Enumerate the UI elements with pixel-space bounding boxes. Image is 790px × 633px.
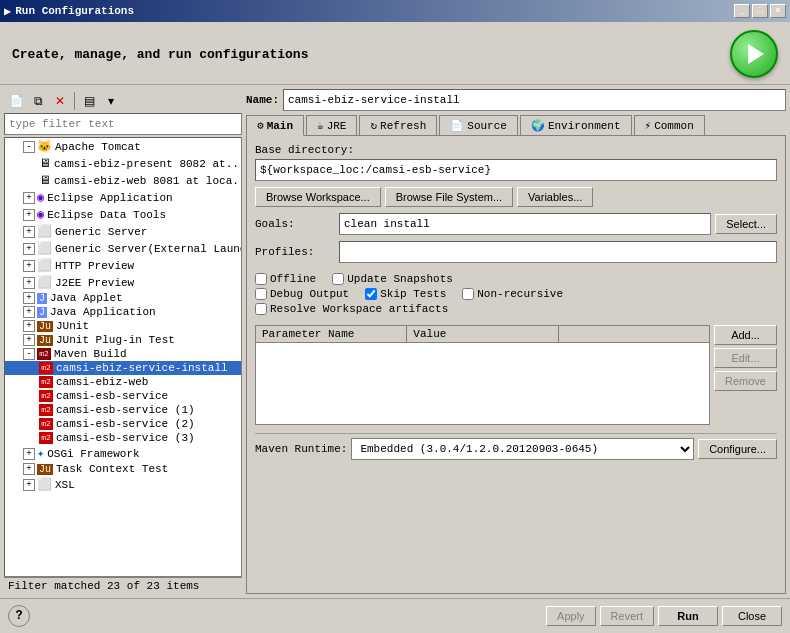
base-directory-label: Base directory: <box>255 144 777 156</box>
expand-icon[interactable]: + <box>23 292 35 304</box>
tab-jre[interactable]: ☕ JRE <box>306 115 357 135</box>
tree-item-camsi-service-install[interactable]: m2 camsi-ebiz-service-install <box>5 361 241 375</box>
dropdown-button[interactable]: ▾ <box>101 91 121 111</box>
offline-checkbox[interactable] <box>255 273 267 285</box>
expand-icon[interactable]: + <box>23 306 35 318</box>
configure-runtime-button[interactable]: Configure... <box>698 439 777 459</box>
add-param-button[interactable]: Add... <box>714 325 777 345</box>
expand-icon[interactable]: - <box>23 348 35 360</box>
tree-item-camsi-esb[interactable]: m2 camsi-esb-service <box>5 389 241 403</box>
browse-buttons: Browse Workspace... Browse File System..… <box>255 187 777 207</box>
tree-item-eclipse-data[interactable]: + ◉ Eclipse Data Tools <box>5 206 241 223</box>
run-icon-button[interactable] <box>730 30 778 78</box>
expand-icon[interactable]: - <box>23 141 35 153</box>
close-button[interactable]: × <box>770 4 786 18</box>
resolve-workspace-checkbox-label[interactable]: Resolve Workspace artifacts <box>255 303 448 315</box>
expand-icon[interactable]: + <box>23 277 35 289</box>
debug-checkbox-label[interactable]: Debug Output <box>255 288 349 300</box>
tab-main[interactable]: ⚙ Main <box>246 115 304 136</box>
duplicate-button[interactable]: ⧉ <box>28 91 48 111</box>
tab-common[interactable]: ⚡ Common <box>634 115 705 135</box>
tree-item-camsi-esb-3[interactable]: m2 camsi-esb-service (3) <box>5 431 241 445</box>
config-tree[interactable]: - 🐱 Apache Tomcat 🖥 camsi-ebiz-present 8… <box>4 137 242 577</box>
expand-icon[interactable]: + <box>23 334 35 346</box>
browse-workspace-button[interactable]: Browse Workspace... <box>255 187 381 207</box>
close-dialog-button[interactable]: Close <box>722 606 782 626</box>
browse-filesystem-button[interactable]: Browse File System... <box>385 187 513 207</box>
tree-item-label: camsi-esb-service <box>56 390 168 402</box>
resolve-workspace-checkbox[interactable] <box>255 303 267 315</box>
non-recursive-checkbox[interactable] <box>462 288 474 300</box>
param-value-col: Value <box>407 326 558 342</box>
offline-checkbox-label[interactable]: Offline <box>255 273 316 285</box>
maximize-button[interactable]: □ <box>752 4 768 18</box>
tree-item-java-applet[interactable]: + J Java Applet <box>5 291 241 305</box>
filter-input[interactable] <box>4 113 242 135</box>
base-directory-input[interactable] <box>255 159 777 181</box>
edit-param-button[interactable]: Edit... <box>714 348 777 368</box>
expand-icon[interactable]: + <box>23 448 35 460</box>
tree-item-apache-tomcat[interactable]: - 🐱 Apache Tomcat <box>5 138 241 155</box>
tree-item-java-app[interactable]: + J Java Application <box>5 305 241 319</box>
minimize-button[interactable]: _ <box>734 4 750 18</box>
profiles-row: Profiles: <box>255 241 777 263</box>
m2-icon: m2 <box>37 348 51 360</box>
tree-item-http[interactable]: + ⬜ HTTP Preview <box>5 257 241 274</box>
server-icon: 🖥 <box>39 173 51 188</box>
tab-refresh[interactable]: ↻ Refresh <box>359 115 437 135</box>
skip-tests-checkbox-label[interactable]: Skip Tests <box>365 288 446 300</box>
title-icon: ▶ <box>4 4 11 19</box>
variables-button[interactable]: Variables... <box>517 187 593 207</box>
delete-button[interactable]: ✕ <box>50 91 70 111</box>
update-snapshots-checkbox-label[interactable]: Update Snapshots <box>332 273 453 285</box>
tabs-bar: ⚙ Main ☕ JRE ↻ Refresh 📄 Source 🌍 En <box>246 115 786 135</box>
run-button[interactable]: Run <box>658 606 718 626</box>
profiles-input[interactable] <box>339 241 777 263</box>
tree-item-junit-plugin[interactable]: + Ju JUnit Plug-in Test <box>5 333 241 347</box>
skip-tests-checkbox[interactable] <box>365 288 377 300</box>
expand-icon[interactable]: + <box>23 243 35 255</box>
tree-item-camsi-esb-2[interactable]: m2 camsi-esb-service (2) <box>5 417 241 431</box>
tomcat-icon: 🐱 <box>37 139 52 154</box>
tree-item-j2ee[interactable]: + ⬜ J2EE Preview <box>5 274 241 291</box>
goals-label: Goals: <box>255 218 335 230</box>
tree-item-tomcat-2[interactable]: 🖥 camsi-ebiz-web 8081 at loca... <box>5 172 241 189</box>
apply-button[interactable]: Apply <box>546 606 596 626</box>
tree-item-task[interactable]: + Ju Task Context Test <box>5 462 241 476</box>
update-snapshots-checkbox[interactable] <box>332 273 344 285</box>
expand-icon[interactable]: + <box>23 192 35 204</box>
tree-item-junit[interactable]: + Ju JUnit <box>5 319 241 333</box>
tree-item-generic-ext[interactable]: + ⬜ Generic Server(External Launch... <box>5 240 241 257</box>
tree-item-camsi-ebiz-web[interactable]: m2 camsi-ebiz-web <box>5 375 241 389</box>
name-label: Name: <box>246 94 279 106</box>
tree-item-camsi-esb-1[interactable]: m2 camsi-esb-service (1) <box>5 403 241 417</box>
debug-output-checkbox[interactable] <box>255 288 267 300</box>
status-bar: Filter matched 23 of 23 items <box>4 577 242 594</box>
remove-param-button[interactable]: Remove <box>714 371 777 391</box>
filter-button[interactable]: ▤ <box>79 91 99 111</box>
expand-icon[interactable]: + <box>23 209 35 221</box>
maven-runtime-select[interactable]: Embedded (3.0.4/1.2.0.20120903-0645) <box>351 438 694 460</box>
help-button[interactable]: ? <box>8 605 30 627</box>
expand-icon[interactable]: + <box>23 320 35 332</box>
name-input[interactable] <box>283 89 786 111</box>
expand-icon[interactable]: + <box>23 479 35 491</box>
tree-item-osgi[interactable]: + ✦ OSGi Framework <box>5 445 241 462</box>
tree-item-xsl[interactable]: + ⬜ XSL <box>5 476 241 493</box>
expand-icon[interactable]: + <box>23 260 35 272</box>
select-goals-button[interactable]: Select... <box>715 214 777 234</box>
expand-icon[interactable]: + <box>23 463 35 475</box>
goals-input[interactable] <box>339 213 711 235</box>
tab-content-main: Base directory: Browse Workspace... Brow… <box>246 135 786 594</box>
new-config-button[interactable]: 📄 <box>6 91 26 111</box>
tab-environment[interactable]: 🌍 Environment <box>520 115 632 135</box>
tree-item-eclipse-app[interactable]: + ◉ Eclipse Application <box>5 189 241 206</box>
tree-item-tomcat-1[interactable]: 🖥 camsi-ebiz-present 8082 at... <box>5 155 241 172</box>
tree-item-maven-build[interactable]: - m2 Maven Build <box>5 347 241 361</box>
revert-button[interactable]: Revert <box>600 606 654 626</box>
tab-source[interactable]: 📄 Source <box>439 115 518 135</box>
expand-icon[interactable]: + <box>23 226 35 238</box>
non-recursive-checkbox-label[interactable]: Non-recursive <box>462 288 563 300</box>
tree-item-generic-server[interactable]: + ⬜ Generic Server <box>5 223 241 240</box>
tree-item-label: camsi-esb-service (2) <box>56 418 195 430</box>
